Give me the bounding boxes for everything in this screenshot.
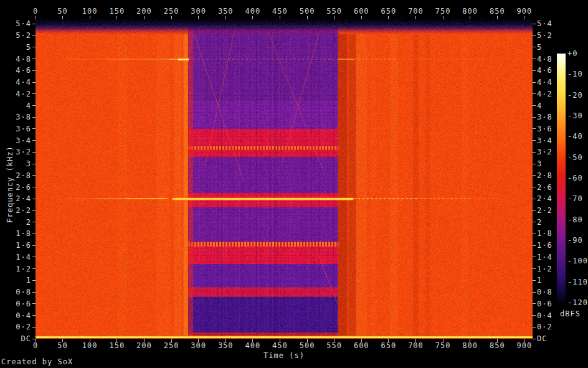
x-tick-mark (415, 339, 416, 342)
x-tick-label: 450 (272, 342, 288, 349)
y-tick-mark (533, 175, 536, 176)
colorbar-tick-label: -50 (567, 154, 583, 161)
y-tick-mark (533, 280, 536, 281)
y-tick-label: 4·6 (537, 67, 552, 74)
x-tick-label: 100 (82, 342, 98, 349)
y-tick-mark (533, 47, 536, 47)
time-axis-title: Time (s) (36, 352, 533, 359)
x-tick-mark (307, 339, 308, 342)
y-tick-mark (32, 140, 36, 141)
x-tick-mark (198, 16, 199, 19)
y-tick-mark (32, 327, 36, 328)
y-tick-label: 2·4 (16, 195, 31, 202)
y-tick-label: 3·2 (537, 148, 552, 156)
y-tick-label: 3·8 (16, 113, 31, 121)
x-tick-mark (144, 339, 145, 342)
y-tick-mark (533, 152, 536, 153)
colorbar-tick-label: -60 (567, 174, 583, 182)
y-tick-mark (533, 82, 536, 83)
x-tick-label: 650 (381, 342, 397, 349)
x-tick-mark (280, 339, 280, 342)
x-tick-mark (36, 16, 36, 19)
y-tick-mark (533, 257, 536, 257)
y-tick-mark (32, 70, 36, 71)
x-tick-mark (470, 16, 470, 19)
y-tick-mark (533, 187, 536, 187)
y-tick-mark (32, 292, 36, 293)
y-tick-label: 4 (537, 102, 542, 110)
y-tick-label: 1·6 (537, 242, 552, 249)
y-tick-label: 0·4 (16, 312, 31, 319)
colorbar-tick-label: -110 (567, 278, 588, 286)
y-tick-label: 1 (26, 276, 31, 284)
y-tick-mark (32, 257, 36, 257)
y-tick-mark (32, 315, 36, 316)
y-tick-label: 5·2 (16, 32, 31, 39)
x-tick-label: 50 (57, 7, 67, 15)
y-tick-mark (533, 292, 536, 293)
x-tick-mark (524, 339, 524, 342)
y-tick-label: 4·2 (537, 90, 552, 98)
y-tick-label: 1·2 (537, 265, 552, 273)
y-tick-mark (533, 35, 536, 36)
y-tick-mark (533, 140, 536, 141)
x-tick-mark (62, 16, 63, 19)
y-tick-mark (32, 152, 36, 153)
y-tick-label: 4 (26, 102, 31, 110)
x-tick-label: 850 (490, 342, 505, 349)
y-tick-label: 3·8 (537, 113, 552, 121)
y-tick-mark (533, 315, 536, 316)
y-tick-label: DC (537, 335, 547, 342)
y-tick-mark (533, 128, 536, 129)
y-tick-mark (32, 245, 36, 246)
y-tick-mark (32, 128, 36, 129)
x-tick-mark (225, 339, 226, 342)
x-tick-label: 550 (326, 342, 342, 349)
x-tick-mark (252, 339, 253, 342)
y-tick-label: 3 (26, 160, 31, 167)
x-tick-label: 850 (490, 7, 505, 15)
y-tick-mark (32, 175, 36, 176)
y-tick-label: 2 (26, 219, 31, 226)
y-tick-label: 5 (537, 44, 542, 51)
y-tick-label: 0·4 (537, 312, 552, 319)
y-tick-mark (32, 199, 36, 199)
y-tick-mark (533, 93, 536, 94)
colorbar-tick-label: -120 (567, 299, 588, 306)
sox-credit: Created by SoX (1, 358, 73, 366)
y-tick-mark (533, 199, 536, 199)
y-tick-mark (533, 117, 536, 118)
colorbar-tick-label: -80 (567, 216, 583, 224)
x-tick-label: 0 (33, 7, 38, 15)
y-tick-label: 1 (537, 276, 542, 284)
x-tick-mark (36, 339, 36, 342)
x-tick-label: 250 (164, 342, 179, 349)
x-tick-label: 800 (462, 342, 478, 349)
x-tick-mark (144, 16, 145, 19)
y-tick-mark (32, 339, 36, 339)
y-tick-mark (533, 303, 536, 304)
y-tick-label: 1·8 (537, 230, 552, 237)
y-tick-mark (32, 35, 36, 36)
x-tick-mark (90, 16, 90, 19)
x-tick-label: 400 (245, 7, 261, 15)
x-tick-mark (90, 339, 90, 342)
x-tick-label: 500 (300, 342, 315, 349)
y-tick-mark (32, 93, 36, 94)
y-tick-label: 4·8 (537, 55, 552, 63)
y-tick-mark (32, 187, 36, 187)
y-tick-label: 4·2 (16, 90, 31, 98)
y-tick-label: 3·6 (537, 125, 552, 133)
y-tick-label: 2 (537, 219, 542, 226)
y-tick-mark (32, 222, 36, 222)
y-tick-mark (533, 327, 536, 328)
y-tick-mark (533, 210, 536, 211)
y-tick-mark (533, 234, 536, 234)
y-tick-label: 1·4 (537, 253, 552, 261)
y-tick-mark (533, 164, 536, 164)
x-tick-mark (361, 339, 362, 342)
x-tick-mark (252, 16, 253, 19)
y-tick-mark (533, 59, 536, 59)
x-tick-mark (225, 16, 226, 19)
y-tick-mark (32, 303, 36, 304)
